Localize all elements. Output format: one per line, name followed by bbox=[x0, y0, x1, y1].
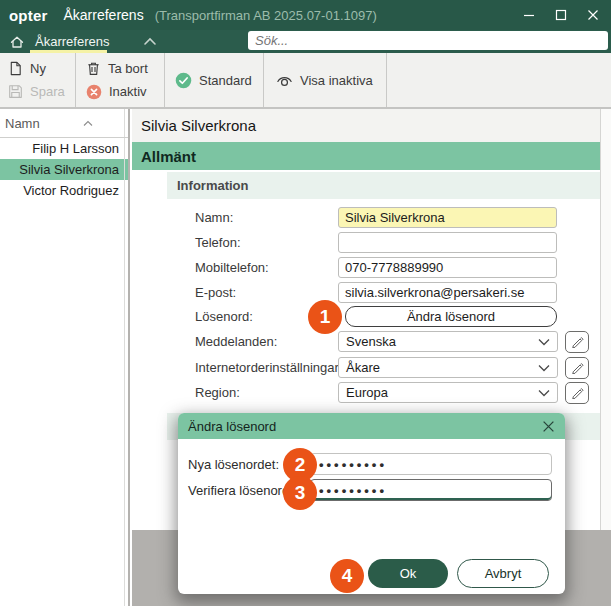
list-item[interactable]: Victor Rodriguez bbox=[0, 180, 128, 201]
delete-button-label: Ta bort bbox=[108, 61, 148, 76]
inactive-button-label: Inaktiv bbox=[109, 84, 147, 99]
inactive-circle-x-icon bbox=[86, 84, 102, 100]
cancel-button[interactable]: Avbryt bbox=[457, 559, 549, 588]
verify-password-input[interactable]: ••••••••• bbox=[310, 479, 552, 501]
standard-button[interactable]: Standard bbox=[175, 70, 263, 90]
new-document-icon bbox=[8, 61, 23, 76]
pencil-icon bbox=[571, 361, 584, 374]
annotation-number: 3 bbox=[295, 482, 306, 504]
cancel-button-label: Avbryt bbox=[485, 566, 522, 581]
trash-icon bbox=[86, 61, 101, 76]
standard-check-icon bbox=[175, 72, 192, 89]
toolbar-group-standard: Standard bbox=[165, 53, 264, 107]
section-header-allmant[interactable]: Allmänt bbox=[132, 142, 600, 170]
mobiltelefon-label: Mobiltelefon: bbox=[195, 260, 338, 275]
record-title-row: Silvia Silverkrona bbox=[132, 109, 600, 142]
app-logo: opter bbox=[9, 7, 48, 24]
annotation-number: 1 bbox=[320, 306, 331, 328]
namn-label: Namn: bbox=[195, 210, 338, 225]
eye-icon bbox=[276, 72, 293, 89]
telefon-label: Telefon: bbox=[195, 235, 338, 250]
show-inactive-button-label: Visa inaktiva bbox=[300, 73, 373, 88]
scrollbar-track[interactable] bbox=[600, 109, 611, 530]
meddelanden-label: Meddelanden: bbox=[195, 334, 338, 349]
chevron-down-icon bbox=[538, 389, 550, 397]
sort-ascending-icon bbox=[83, 115, 93, 130]
toolbar: Ny Spara Ta bort Inaktiv Standard bbox=[0, 53, 611, 109]
form-row-epost: E-post: bbox=[195, 282, 557, 303]
region-dropdown[interactable]: Europa bbox=[338, 382, 558, 403]
delete-button[interactable]: Ta bort bbox=[86, 59, 164, 79]
annotation-step-3: 3 bbox=[283, 476, 317, 510]
form-row-mobiltelefon: Mobiltelefon: bbox=[195, 257, 557, 278]
ok-button-label: Ok bbox=[400, 566, 417, 581]
annotation-step-1: 1 bbox=[308, 300, 342, 334]
pencil-icon bbox=[571, 386, 584, 399]
save-icon bbox=[8, 84, 23, 99]
new-button[interactable]: Ny bbox=[8, 59, 75, 79]
chevron-up-icon[interactable] bbox=[143, 37, 157, 46]
reference-list-panel: Namn Filip H Larsson Silvia Silverkrona … bbox=[0, 109, 130, 606]
dialog-close-icon[interactable] bbox=[542, 420, 555, 433]
namn-field[interactable] bbox=[338, 207, 557, 228]
toolbar-group-edit: Ta bort Inaktiv bbox=[76, 53, 165, 107]
internetorder-label: Internetorderinställningar: bbox=[195, 360, 338, 375]
column-header-label: Namn bbox=[5, 116, 40, 131]
home-icon[interactable] bbox=[9, 34, 25, 50]
form-row-internetorder: Internetorderinställningar: Åkare bbox=[195, 357, 589, 378]
change-password-dialog: Ändra lösenord Nya lösenordet: •••••••••… bbox=[178, 413, 565, 594]
toolbar-group-file: Ny Spara bbox=[0, 53, 76, 107]
minimize-icon[interactable] bbox=[522, 9, 535, 22]
telefon-field[interactable] bbox=[338, 232, 557, 253]
list-item[interactable]: Filip H Larsson bbox=[0, 138, 128, 159]
new-password-input[interactable]: ••••••••• bbox=[310, 453, 552, 475]
edit-region-button[interactable] bbox=[565, 382, 589, 404]
window-title: Åkarreferens bbox=[64, 7, 144, 23]
change-password-button[interactable]: Ändra lösenord bbox=[345, 306, 557, 327]
show-inactive-button[interactable]: Visa inaktiva bbox=[276, 70, 386, 90]
region-label: Region: bbox=[195, 385, 338, 400]
form-row-meddelanden: Meddelanden: Svenska bbox=[195, 331, 589, 352]
region-value: Europa bbox=[346, 385, 388, 400]
annotation-number: 2 bbox=[295, 454, 306, 476]
record-title: Silvia Silverkrona bbox=[141, 117, 256, 134]
section-header-label: Allmänt bbox=[141, 148, 196, 165]
mobiltelefon-field[interactable] bbox=[338, 257, 557, 278]
chevron-down-icon bbox=[538, 364, 550, 372]
form-row-telefon: Telefon: bbox=[195, 232, 557, 253]
meddelanden-dropdown[interactable]: Svenska bbox=[338, 331, 558, 352]
edit-internetorder-button[interactable] bbox=[565, 357, 589, 379]
chevron-down-icon bbox=[538, 338, 550, 346]
save-button[interactable]: Spara bbox=[8, 82, 75, 102]
list-item-label: Silvia Silverkrona bbox=[19, 162, 119, 177]
subsection-label: Information bbox=[177, 178, 249, 193]
close-icon[interactable] bbox=[586, 9, 599, 22]
annotation-step-4: 4 bbox=[330, 559, 364, 593]
new-button-label: Ny bbox=[30, 61, 46, 76]
window-subtitle: (Transportfirman AB 2025.07-01.1097) bbox=[155, 8, 377, 23]
meddelanden-value: Svenska bbox=[346, 334, 396, 349]
search-input[interactable] bbox=[248, 31, 608, 50]
form-row-namn: Namn: bbox=[195, 207, 557, 228]
maximize-icon[interactable] bbox=[554, 9, 567, 22]
tab-bar: Åkarreferens bbox=[0, 30, 611, 53]
subsection-information: Information bbox=[167, 172, 600, 199]
dialog-row-new-password: Nya lösenordet: ••••••••• bbox=[188, 453, 552, 475]
annotation-number: 4 bbox=[342, 565, 353, 587]
list-column-header[interactable]: Namn bbox=[0, 109, 128, 138]
app-window: opter Åkarreferens (Transportfirman AB 2… bbox=[0, 0, 611, 606]
dialog-row-verify-password: Verifiera lösenord: ••••••••• bbox=[188, 479, 552, 501]
epost-field[interactable] bbox=[338, 282, 557, 303]
column-divider bbox=[124, 109, 125, 606]
toolbar-group-view: Visa inaktiva bbox=[264, 53, 387, 107]
form-row-region: Region: Europa bbox=[195, 382, 589, 403]
epost-label: E-post: bbox=[195, 285, 338, 300]
internetorder-dropdown[interactable]: Åkare bbox=[338, 357, 558, 378]
edit-meddelanden-button[interactable] bbox=[565, 331, 589, 353]
inactive-button[interactable]: Inaktiv bbox=[86, 82, 164, 102]
dialog-titlebar: Ändra lösenord bbox=[178, 413, 565, 439]
verify-password-value: ••••••••• bbox=[319, 484, 387, 497]
tab-akarreferens[interactable]: Åkarreferens bbox=[35, 34, 109, 49]
list-item-selected[interactable]: Silvia Silverkrona bbox=[0, 159, 128, 180]
ok-button[interactable]: Ok bbox=[368, 559, 448, 588]
